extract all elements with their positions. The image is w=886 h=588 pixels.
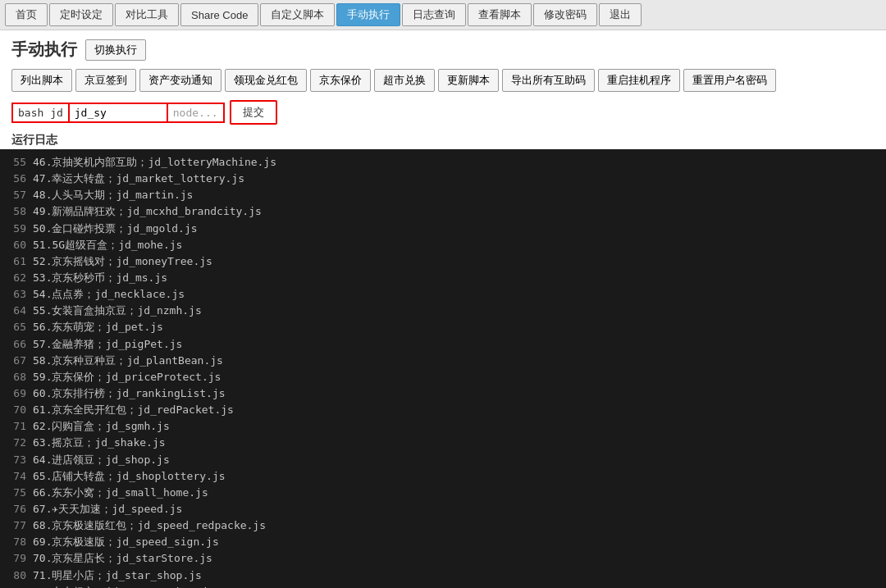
nav-manual-run[interactable]: 手动执行 [336, 3, 400, 26]
line-number: 63 [8, 286, 26, 303]
nav-custom-script[interactable]: 自定义脚本 [260, 3, 335, 26]
line-number: 65 [8, 319, 26, 335]
log-line: 7364.进店领豆；jd_shop.js [8, 452, 878, 468]
line-number: 70 [8, 402, 26, 418]
submit-button[interactable]: 提交 [230, 100, 277, 125]
log-line: 5748.人头马大期；jd_martin.js [8, 187, 878, 203]
line-text: 49.新潮品牌狂欢；jd_mcxhd_brandcity.js [33, 203, 262, 220]
supermarket-exchange-button[interactable]: 超市兑换 [374, 69, 435, 92]
line-number: 67 [8, 353, 26, 369]
line-text: 64.进店领豆；jd_shop.js [33, 452, 170, 468]
log-line: 6657.金融养猪；jd_pigPet.js [8, 336, 878, 353]
log-line: 7162.闪购盲盒；jd_sgmh.js [8, 418, 878, 435]
cash-redpacket-button[interactable]: 领现金兑红包 [225, 69, 307, 92]
line-text: 57.金融养猪；jd_pigPet.js [33, 336, 182, 353]
log-content-area[interactable]: 5546.京抽奖机内部互助；jd_lotteryMachine.js5647.幸… [0, 149, 886, 588]
line-number: 74 [8, 468, 26, 485]
line-number: 76 [8, 501, 26, 517]
log-line: 5849.新潮品牌狂欢；jd_mcxhd_brandcity.js [8, 203, 878, 220]
line-number: 73 [8, 452, 26, 468]
log-line: 7566.东东小窝；jd_small_home.js [8, 485, 878, 501]
line-number: 79 [8, 550, 26, 567]
log-line: 6960.京东排行榜；jd_rankingList.js [8, 385, 878, 402]
line-text: 53.京东秒秒币；jd_ms.js [33, 270, 167, 286]
nav-log-query[interactable]: 日志查询 [402, 3, 466, 26]
line-text: 65.店铺大转盘；jd_shoplottery.js [33, 468, 226, 485]
log-line: 8172.东东超市；jd_superMarket.js [8, 584, 878, 588]
line-text: 48.人头马大期；jd_martin.js [33, 187, 193, 203]
asset-notify-button[interactable]: 资产变动通知 [139, 69, 222, 92]
log-line: 7970.京东星店长；jd_starStore.js [8, 550, 878, 567]
line-number: 80 [8, 567, 26, 584]
line-text: 68.京东极速版红包；jd_speed_redpacke.js [33, 517, 266, 534]
line-number: 58 [8, 203, 26, 220]
list-scripts-button[interactable]: 列出脚本 [11, 69, 72, 92]
log-line: 7465.店铺大转盘；jd_shoplottery.js [8, 468, 878, 485]
command-input-row: bash jd node... 提交 [0, 95, 886, 130]
log-line: 5950.金口碰炸投票；jd_mgold.js [8, 221, 878, 237]
command-input[interactable] [70, 103, 168, 123]
line-text: 56.东东萌宠；jd_pet.js [33, 319, 163, 335]
log-line: 5546.京抽奖机内部互助；jd_lotteryMachine.js [8, 154, 878, 171]
line-number: 62 [8, 270, 26, 286]
export-assist-codes-button[interactable]: 导出所有互助码 [502, 69, 595, 92]
log-line: 5647.幸运大转盘；jd_market_lottery.js [8, 171, 878, 187]
nav-share-code[interactable]: Share Code [180, 3, 258, 26]
nav-change-password[interactable]: 修改密码 [533, 3, 597, 26]
line-text: 72.东东超市；jd_superMarket.js [33, 584, 215, 588]
log-line: 7667.✈天天加速；jd_speed.js [8, 501, 878, 517]
line-number: 69 [8, 385, 26, 402]
line-number: 78 [8, 534, 26, 550]
log-line: 6051.5G超级百盒；jd_mohe.js [8, 237, 878, 253]
line-text: 46.京抽奖机内部互助；jd_lotteryMachine.js [33, 154, 276, 171]
line-text: 59.京东保价；jd_priceProtect.js [33, 369, 221, 385]
line-text: 55.女装盲盒抽京豆；jd_nzmh.js [33, 303, 202, 319]
line-number: 60 [8, 237, 26, 253]
line-number: 66 [8, 336, 26, 353]
line-number: 75 [8, 485, 26, 501]
log-line: 6152.京东摇钱对；jd_moneyTree.js [8, 253, 878, 270]
log-line: 6859.京东保价；jd_priceProtect.js [8, 369, 878, 385]
page-title: 手动执行 [11, 39, 77, 61]
line-text: 70.京东星店长；jd_starStore.js [33, 550, 212, 567]
nav-timer[interactable]: 定时设定 [49, 3, 113, 26]
line-text: 52.京东摇钱对；jd_moneyTree.js [33, 253, 212, 270]
log-line: 7768.京东极速版红包；jd_speed_redpacke.js [8, 517, 878, 534]
line-text: 51.5G超级百盒；jd_mohe.js [33, 237, 182, 253]
nav-view-script[interactable]: 查看脚本 [468, 3, 532, 26]
nav-compare[interactable]: 对比工具 [115, 3, 179, 26]
command-node: node... [168, 103, 225, 123]
line-text: 69.京东极速版；jd_speed_sign.js [33, 534, 219, 550]
line-number: 72 [8, 435, 26, 451]
line-text: 60.京东排行榜；jd_rankingList.js [33, 385, 226, 402]
line-text: 58.京东种豆种豆；jd_plantBean.js [33, 353, 223, 369]
log-line: 6556.东东萌宠；jd_pet.js [8, 319, 878, 335]
jd-sign-button[interactable]: 京豆签到 [75, 69, 136, 92]
line-text: 62.闪购盲盒；jd_sgmh.js [33, 418, 170, 435]
line-number: 59 [8, 221, 26, 237]
log-line: 6354.点点券；jd_necklace.js [8, 286, 878, 303]
line-number: 61 [8, 253, 26, 270]
log-line: 7263.摇京豆；jd_shake.js [8, 435, 878, 451]
line-text: 61.京东全民开红包；jd_redPacket.js [33, 402, 234, 418]
reset-username-password-button[interactable]: 重置用户名密码 [683, 69, 776, 92]
line-text: 54.点点券；jd_necklace.js [33, 286, 185, 303]
log-line: 6758.京东种豆种豆；jd_plantBean.js [8, 353, 878, 369]
log-line: 6455.女装盲盒抽京豆；jd_nzmh.js [8, 303, 878, 319]
page-header: 手动执行 切换执行 [0, 30, 886, 66]
line-number: 68 [8, 369, 26, 385]
nav-logout[interactable]: 退出 [599, 3, 642, 26]
switch-execute-button[interactable]: 切换执行 [85, 39, 146, 61]
update-scripts-button[interactable]: 更新脚本 [438, 69, 499, 92]
log-line: 8071.明星小店；jd_star_shop.js [8, 567, 878, 584]
line-number: 71 [8, 418, 26, 435]
line-number: 64 [8, 303, 26, 319]
line-number: 57 [8, 187, 26, 203]
line-text: 67.✈天天加速；jd_speed.js [33, 501, 182, 517]
restart-program-button[interactable]: 重启挂机程序 [598, 69, 680, 92]
jd-price-protect-button[interactable]: 京东保价 [310, 69, 371, 92]
line-number: 56 [8, 171, 26, 187]
nav-home[interactable]: 首页 [5, 3, 48, 26]
log-line: 7061.京东全民开红包；jd_redPacket.js [8, 402, 878, 418]
command-prefix: bash jd [11, 103, 70, 123]
